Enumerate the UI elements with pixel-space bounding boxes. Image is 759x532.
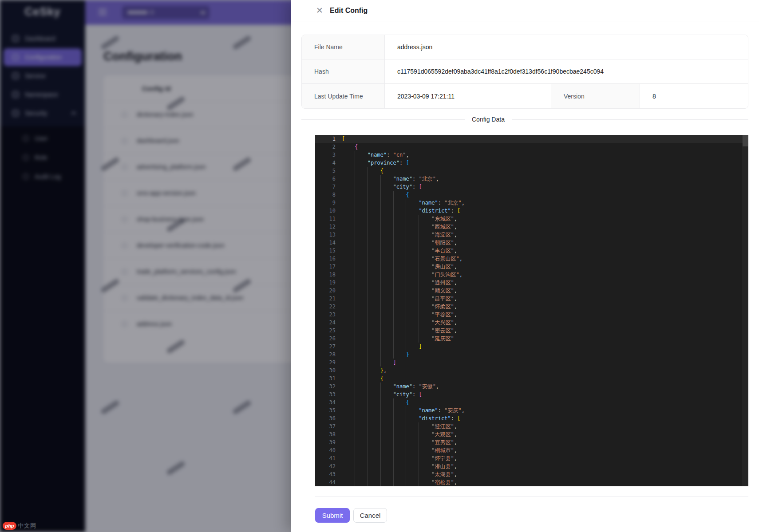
line-number: 1 [315, 135, 336, 143]
line-number: 33 [315, 390, 336, 398]
config-data-editor-wrap: 1[2{3"name": "cn",4"province": [5{6"name… [315, 135, 748, 486]
line-number: 40 [315, 446, 336, 454]
line-number: 38 [315, 430, 336, 438]
code-line: 33"city": [ [315, 390, 748, 398]
code-line: 42"潜山县", [315, 462, 748, 470]
code-line: 28} [315, 351, 748, 359]
line-number: 5 [315, 167, 336, 175]
version-value: 8 [640, 84, 748, 108]
code-line: 24"大兴区", [315, 319, 748, 327]
code-line: 7"city": [ [315, 183, 748, 191]
code-line: 32"name": "安徽", [315, 382, 748, 390]
editor-scrollbar-thumb[interactable] [743, 135, 748, 146]
php-watermark: php 中文网 [3, 522, 36, 530]
line-number: 4 [315, 159, 336, 167]
line-number: 17 [315, 263, 336, 271]
code-line: 21"昌平区", [315, 295, 748, 303]
line-number: 39 [315, 438, 336, 446]
line-number: 26 [315, 335, 336, 343]
line-number: 19 [315, 279, 336, 287]
config-data-editor[interactable]: 1[2{3"name": "cn",4"province": [5{6"name… [315, 135, 748, 486]
code-line: 19"通州区", [315, 279, 748, 287]
line-number: 21 [315, 295, 336, 303]
last-update-value: 2023-03-09 17:21:11 [385, 84, 551, 108]
line-number: 28 [315, 351, 336, 359]
line-number: 29 [315, 359, 336, 366]
file-name-label: File Name [302, 35, 385, 59]
line-number: 11 [315, 215, 336, 223]
code-line: 2{ [315, 143, 748, 151]
line-number: 34 [315, 398, 336, 406]
line-number: 37 [315, 422, 336, 430]
line-number: 41 [315, 454, 336, 462]
submit-button[interactable]: Submit [315, 508, 350, 523]
version-label: Version [551, 84, 640, 108]
code-line: 11"东城区", [315, 215, 748, 223]
line-number: 23 [315, 311, 336, 319]
code-line: 41"怀宁县", [315, 454, 748, 462]
code-line: 12"西城区", [315, 223, 748, 231]
file-name-value: address.json [385, 35, 748, 59]
code-line: 25"密云区", [315, 327, 748, 335]
drawer-footer: Submit Cancel [315, 497, 748, 523]
line-number: 12 [315, 223, 336, 231]
line-number: 10 [315, 207, 336, 215]
code-line: 9"name": "北京", [315, 199, 748, 207]
close-icon[interactable]: ✕ [316, 7, 324, 15]
code-line: 17"房山区", [315, 263, 748, 271]
line-number: 22 [315, 303, 336, 311]
cancel-button[interactable]: Cancel [353, 508, 387, 523]
line-number: 6 [315, 175, 336, 183]
code-line: 22"怀柔区", [315, 303, 748, 311]
screen: CeSky DashboardConfigurationServiceNames… [0, 0, 759, 532]
line-number: 25 [315, 327, 336, 335]
code-line: 27] [315, 343, 748, 351]
code-line: 18"门头沟区", [315, 271, 748, 279]
code-line: 23"平谷区", [315, 311, 748, 319]
line-number: 43 [315, 470, 336, 478]
drawer-header: ✕ Edit Config [291, 0, 759, 21]
code-line: 36"district": [ [315, 414, 748, 422]
code-line: 34{ [315, 398, 748, 406]
last-update-label: Last Update Time [302, 84, 385, 108]
line-number: 13 [315, 231, 336, 239]
code-line: 20"顺义区", [315, 287, 748, 295]
line-number: 18 [315, 271, 336, 279]
line-number: 15 [315, 247, 336, 255]
config-data-divider-label: Config Data [465, 116, 512, 123]
line-number: 31 [315, 374, 336, 382]
line-number: 36 [315, 414, 336, 422]
code-line: 1[ [315, 135, 748, 143]
line-number: 32 [315, 382, 336, 390]
code-line: 30}, [315, 366, 748, 374]
line-number: 44 [315, 478, 336, 486]
code-line: 14"朝阳区", [315, 239, 748, 247]
code-line: 35"name": "安庆", [315, 406, 748, 414]
drawer-title: Edit Config [330, 7, 368, 15]
editor-scrollbar[interactable] [742, 135, 748, 486]
config-info-table: File Name address.json Hash c117591d0655… [301, 35, 748, 109]
config-data-divider: Config Data [301, 114, 748, 124]
line-number: 8 [315, 191, 336, 199]
code-line: 8{ [315, 191, 748, 199]
code-line: 15"丰台区", [315, 247, 748, 255]
line-number: 35 [315, 406, 336, 414]
line-number: 27 [315, 343, 336, 351]
code-line: 16"石景山区", [315, 255, 748, 263]
code-line: 37"迎江区", [315, 422, 748, 430]
code-line: 29] [315, 359, 748, 366]
code-line: 10"district": [ [315, 207, 748, 215]
code-line: 5{ [315, 167, 748, 175]
line-number: 3 [315, 151, 336, 159]
hash-label: Hash [302, 59, 385, 84]
hash-value: c117591d065592def09aba3dc41ff8a1c2f0def3… [385, 59, 748, 84]
code-line: 26"延庆区" [315, 335, 748, 343]
code-line: 39"宜秀区", [315, 438, 748, 446]
edit-config-drawer: ✕ Edit Config File Name address.json Has… [291, 0, 759, 532]
line-number: 9 [315, 199, 336, 207]
php-watermark-text: 中文网 [18, 522, 36, 530]
line-number: 7 [315, 183, 336, 191]
code-line: 43"太湖县", [315, 470, 748, 478]
line-number: 16 [315, 255, 336, 263]
code-line: 38"大观区", [315, 430, 748, 438]
